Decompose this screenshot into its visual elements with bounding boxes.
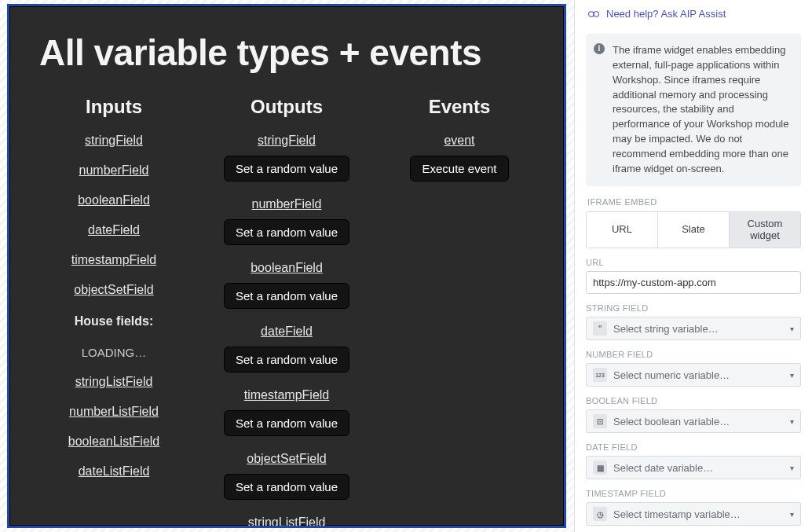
outputs-column: Outputs stringField Set a random value n… [212,96,361,526]
info-text: The iframe widget enables embedding exte… [613,44,788,174]
field-label: NUMBER FIELD [586,350,801,359]
svg-point-0 [589,11,594,16]
assist-icon [587,9,600,20]
boolean-field-group: BOOLEAN FIELD ⊡ Select boolean variable…… [586,396,801,433]
execute-event-button[interactable]: Execute event [410,156,508,182]
number-field-group: NUMBER FIELD 123 Select numeric variable… [586,350,801,387]
info-callout: i The iframe widget enables embedding ex… [586,34,801,186]
iframe-preview: All variable types + events Inputs strin… [7,4,566,528]
set-random-button[interactable]: Set a random value [224,410,349,436]
url-field-group: URL [586,258,801,294]
boolean-icon: ⊡ [593,414,607,428]
output-field-link[interactable]: timestampField [212,388,361,402]
set-random-button[interactable]: Set a random value [224,156,349,182]
help-text: Need help? Ask AIP Assist [606,8,726,20]
output-field-link[interactable]: objectSetField [212,452,361,466]
field-label: STRING FIELD [586,303,801,313]
input-field-link[interactable]: booleanListField [39,435,188,449]
quote-icon: " [593,321,607,336]
svg-point-1 [594,11,598,16]
tab-custom-widget[interactable]: Custom widget [729,212,800,248]
date-field-group: DATE FIELD ▦ Select date variable… ▾ [586,442,801,479]
string-field-select[interactable]: " Select string variable… ▾ [586,317,801,340]
select-placeholder: Select string variable… [613,323,790,335]
embed-mode-tabs: URL Slate Custom widget [586,211,801,249]
field-label: TIMESTAMP FIELD [586,489,801,498]
tab-slate[interactable]: Slate [657,212,729,248]
clock-icon: ◷ [593,507,607,521]
select-placeholder: Select boolean variable… [613,416,790,427]
chevron-down-icon: ▾ [790,464,794,472]
output-field-link[interactable]: stringListField [212,515,361,526]
url-input[interactable] [586,271,801,294]
calendar-icon: ▦ [593,460,607,475]
output-field-link[interactable]: dateField [212,325,361,339]
events-column: Events event Execute event [385,96,534,526]
field-label: BOOLEAN FIELD [586,396,801,405]
select-placeholder: Select date variable… [613,462,790,474]
input-field-link[interactable]: numberField [39,163,188,178]
boolean-field-select[interactable]: ⊡ Select boolean variable… ▾ [586,409,801,433]
chevron-down-icon: ▾ [790,371,794,380]
output-field-link[interactable]: stringField [212,134,361,148]
chevron-down-icon: ▾ [790,510,794,519]
set-random-button[interactable]: Set a random value [224,474,349,500]
preview-area: All variable types + events Inputs strin… [0,0,574,532]
loading-indicator: LOADING… [39,346,188,359]
iframe-embed-label: IFRAME EMBED [587,197,799,207]
select-placeholder: Select numeric variable… [613,369,790,381]
chevron-down-icon: ▾ [790,325,794,333]
timestamp-field-group: TIMESTAMP FIELD ◷ Select timestamp varia… [586,489,801,526]
field-label: DATE FIELD [586,442,801,452]
config-panel: Need help? Ask AIP Assist i The iframe w… [574,0,812,532]
set-random-button[interactable]: Set a random value [224,347,349,372]
input-field-link[interactable]: numberListField [39,405,188,419]
output-field-link[interactable]: booleanField [212,261,361,275]
timestamp-field-select[interactable]: ◷ Select timestamp variable… ▾ [586,502,801,526]
help-link[interactable]: Need help? Ask AIP Assist [575,0,812,28]
set-random-button[interactable]: Set a random value [224,283,349,309]
select-placeholder: Select timestamp variable… [613,508,790,520]
date-field-select[interactable]: ▦ Select date variable… ▾ [586,456,801,479]
inputs-column: Inputs stringField numberField booleanFi… [39,96,188,526]
chevron-down-icon: ▾ [790,417,794,426]
events-heading: Events [385,96,534,118]
url-label: URL [586,258,801,267]
inputs-heading: Inputs [39,96,188,118]
input-field-link[interactable]: booleanField [39,193,188,207]
number-icon: 123 [593,368,607,382]
input-field-link[interactable]: stringField [39,134,188,148]
input-field-link[interactable]: dateField [39,223,188,237]
tab-url[interactable]: URL [587,212,657,248]
event-link[interactable]: event [385,134,534,148]
input-field-link[interactable]: stringListField [39,375,188,389]
preview-scroll[interactable]: All variable types + events Inputs strin… [9,6,564,526]
outputs-heading: Outputs [212,96,361,118]
string-field-group: STRING FIELD " Select string variable… ▾ [586,303,801,340]
set-random-button[interactable]: Set a random value [224,219,349,245]
output-field-link[interactable]: numberField [212,197,361,211]
page-title: All variable types + events [39,31,534,74]
house-fields-label: House fields: [39,314,188,328]
input-field-link[interactable]: timestampField [39,253,188,267]
info-icon: i [594,43,605,54]
input-field-link[interactable]: dateListField [39,464,188,479]
number-field-select[interactable]: 123 Select numeric variable… ▾ [586,363,801,387]
input-field-link[interactable]: objectSetField [39,283,188,297]
